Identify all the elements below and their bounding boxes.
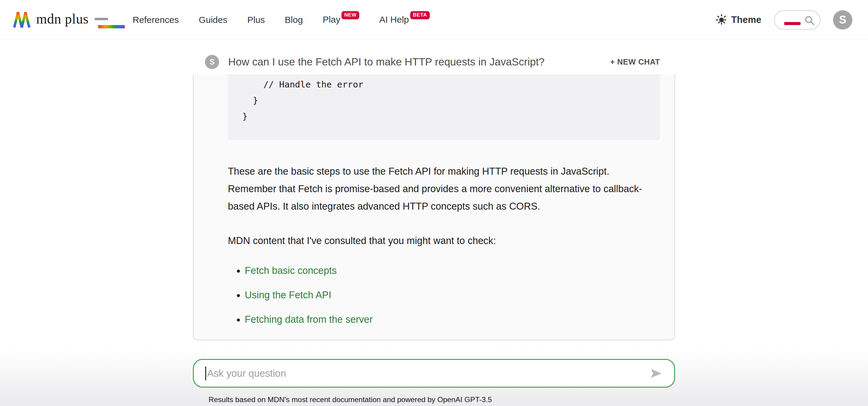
ai-help-main: S How can I use the Fetch API to make HT… [0, 50, 868, 404]
logo-cursor [93, 11, 121, 29]
beta-badge: BETA [410, 11, 430, 19]
nav-item-play[interactable]: PlayNEW [323, 14, 360, 25]
mdn-plus-logo[interactable]: mdn plus [13, 11, 121, 29]
nav-right-cluster: Theme S [715, 10, 852, 30]
logo-cursor-dash [95, 18, 108, 20]
answer-card: // Handle the error } } These are the ba… [193, 74, 675, 340]
theme-label: Theme [731, 14, 761, 25]
new-chat-button[interactable]: + NEW CHAT [610, 57, 660, 67]
feedback-row: Is this answer useful? [228, 339, 660, 340]
list-item: Using the Fetch API [245, 290, 660, 301]
send-arrow-icon [650, 368, 663, 379]
question-composer [193, 359, 675, 387]
mdn-m-icon [13, 11, 32, 29]
chat-question-header: S How can I use the Fetch API to make HT… [193, 50, 675, 74]
nav-item-references[interactable]: References [133, 15, 179, 25]
link-fetch-basic-concepts[interactable]: Fetch basic concepts [245, 265, 337, 276]
link-fetching-data-from-server[interactable]: Fetching data from the server [245, 314, 373, 325]
answer-paragraph: These are the basic steps to use the Fet… [228, 163, 660, 215]
nav-menu: References Guides Plus Blog PlayNEW AI H… [133, 14, 430, 25]
source-links-list: Fetch basic concepts Using the Fetch API… [228, 265, 660, 325]
sun-icon [715, 14, 727, 26]
results-footnote: Results based on MDN's most recent docum… [193, 396, 675, 404]
list-item: Fetch basic concepts [245, 265, 660, 276]
list-item: Fetching data from the server [245, 314, 660, 325]
logo-rainbow-underscore [98, 25, 125, 28]
question-text: How can I use the Fetch API to make HTTP… [228, 56, 545, 68]
thumbs-down-button[interactable] [647, 339, 660, 340]
text-caret [205, 367, 206, 380]
nav-item-ai-help[interactable]: AI HelpBETA [379, 14, 430, 25]
question-avatar: S [205, 55, 219, 69]
new-badge: NEW [341, 11, 359, 19]
search-input[interactable] [774, 10, 820, 30]
top-navbar: mdn plus References Guides Plus Blog Pla… [0, 0, 868, 40]
nav-item-plus[interactable]: Plus [247, 15, 265, 25]
nav-item-guides[interactable]: Guides [198, 15, 227, 25]
search-icon [804, 15, 815, 26]
answer-paragraph-sources-intro: MDN content that I've consulted that you… [228, 232, 660, 250]
send-button[interactable] [650, 368, 663, 379]
search-shortcut-hint [784, 22, 801, 25]
logo-wordmark: mdn plus [36, 11, 89, 29]
ask-question-input[interactable] [207, 368, 644, 379]
code-block: // Handle the error } } [228, 74, 660, 140]
link-using-the-fetch-api[interactable]: Using the Fetch API [245, 290, 331, 300]
theme-toggle[interactable]: Theme [715, 14, 761, 26]
nav-item-blog[interactable]: Blog [285, 15, 303, 25]
user-avatar[interactable]: S [833, 10, 852, 30]
thumbs-up-button[interactable] [620, 339, 633, 340]
